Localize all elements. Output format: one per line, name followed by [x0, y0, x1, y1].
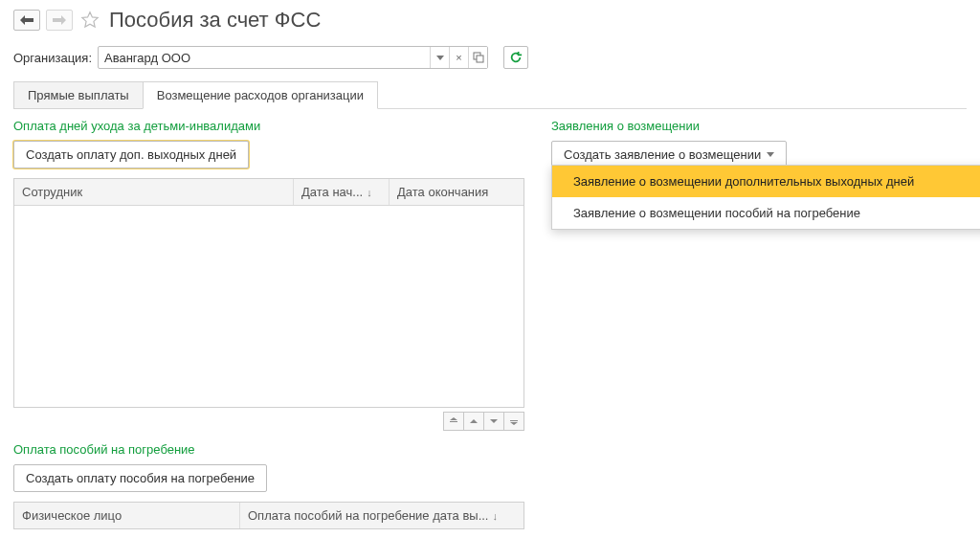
org-label: Организация:: [13, 51, 92, 65]
menu-item-burial-claim[interactable]: Заявление о возмещении пособий на погреб…: [552, 197, 980, 229]
create-burial-payment-button[interactable]: Создать оплату пособия на погребение: [13, 464, 267, 492]
col-date-start[interactable]: Дата нач... ↓: [294, 179, 390, 205]
grid-burial: Физическое лицо Оплата пособий на погреб…: [13, 502, 524, 529]
org-input[interactable]: [99, 47, 430, 68]
scroll-bottom-button[interactable]: [503, 412, 524, 431]
page-title: Пособия за счет ФСС: [109, 8, 321, 33]
section-title-disabled-children: Оплата дней ухода за детьми-инвалидами: [13, 119, 524, 133]
nav-back-button[interactable]: [13, 10, 40, 31]
chevron-down-icon: [436, 56, 444, 60]
open-icon: [473, 52, 484, 63]
org-input-wrapper: ×: [98, 46, 488, 69]
create-extra-days-label: Создать оплату доп. выходных дней: [26, 147, 236, 162]
tab-reimbursement[interactable]: Возмещение расходов организации: [143, 81, 378, 109]
tabs: Прямые выплаты Возмещение расходов орган…: [13, 80, 967, 109]
org-clear-button[interactable]: ×: [449, 47, 468, 68]
nav-forward-button[interactable]: [46, 10, 73, 31]
create-claim-menu: Заявление о возмещении дополнительных вы…: [551, 165, 980, 230]
col-burial-date[interactable]: Оплата пособий на погребение дата вы... …: [240, 503, 523, 528]
col-employee[interactable]: Сотрудник: [14, 179, 294, 205]
refresh-button[interactable]: [503, 46, 528, 69]
create-extra-days-payment-button[interactable]: Создать оплату доп. выходных дней: [13, 141, 249, 168]
col-person[interactable]: Физическое лицо: [14, 503, 240, 528]
scroll-up-button[interactable]: [463, 412, 484, 431]
refresh-icon: [509, 51, 523, 64]
svg-rect-1: [477, 56, 483, 62]
col-date-end[interactable]: Дата окончания: [390, 179, 523, 205]
scroll-down-button[interactable]: [483, 412, 504, 431]
org-open-button[interactable]: [468, 47, 487, 68]
menu-item-extra-days-claim[interactable]: Заявление о возмещении дополнительных вы…: [552, 166, 980, 197]
org-dropdown-button[interactable]: [430, 47, 449, 68]
grid-disabled-children: Сотрудник Дата нач... ↓ Дата окончания: [13, 178, 524, 408]
section-title-burial: Оплата пособий на погребение: [13, 442, 524, 457]
create-burial-label: Создать оплату пособия на погребение: [26, 471, 255, 485]
scroll-top-button[interactable]: [443, 412, 464, 431]
create-claim-label: Создать заявление о возмещении: [564, 147, 761, 162]
sort-arrow-icon: ↓: [492, 510, 498, 522]
favorite-star-icon[interactable]: [80, 11, 100, 30]
tab-direct-payments[interactable]: Прямые выплаты: [13, 81, 144, 109]
grid-body-empty[interactable]: [14, 206, 523, 407]
section-title-claims: Заявления о возмещении: [551, 119, 967, 133]
sort-arrow-icon: ↓: [367, 187, 372, 198]
chevron-down-icon: [767, 152, 774, 157]
